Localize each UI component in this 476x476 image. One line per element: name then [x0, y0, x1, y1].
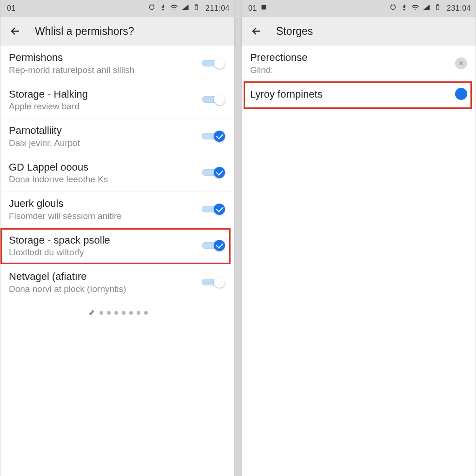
app-bar-left: Whlisl a permishors?: [0, 17, 234, 46]
page-indicator: [0, 301, 234, 317]
settings-row[interactable]: PrerectionseGlind:: [242, 46, 476, 82]
row-title: Storage - Halking: [9, 88, 201, 101]
row-title: Permishons: [9, 51, 201, 64]
back-button[interactable]: [9, 25, 22, 38]
dot: [129, 311, 133, 315]
status-time-left: 211:04: [204, 4, 230, 13]
dot: [144, 311, 148, 315]
close-icon: [458, 60, 464, 66]
arrow-left-icon: [251, 26, 262, 37]
close-button[interactable]: [455, 57, 467, 69]
battery-icon: [434, 3, 442, 13]
radio-selected[interactable]: [455, 88, 467, 100]
settings-row[interactable]: GD Lappel ooousDona indorıve leeothe Ks: [0, 155, 234, 192]
status-clock-left: 01: [5, 4, 16, 13]
settings-row[interactable]: Storage - HalkingApple review bard: [0, 82, 234, 119]
toggle-switch[interactable]: [201, 94, 226, 105]
status-clock-right: 01: [246, 4, 257, 13]
alarm-icon: [148, 3, 156, 13]
flame-icon: [159, 3, 167, 13]
wifi-icon: [170, 3, 178, 13]
settings-row[interactable]: ParnotalliityDaix jevinr. Aurpot: [0, 119, 234, 155]
row-title: Prerectionse: [250, 51, 455, 64]
status-bar-left: 01 211:04: [0, 0, 234, 17]
row-subtitle: Dona indorıve leeothe Ks: [9, 174, 201, 185]
app-icon: [260, 3, 268, 13]
settings-row[interactable]: Netvagel (afiatıreDona norvi at plock (I…: [0, 264, 234, 301]
svg-rect-0: [261, 5, 266, 10]
row-subtitle: Flsomder will sèssiom anitire: [9, 211, 201, 221]
dot: [99, 311, 103, 315]
row-subtitle: Glind:: [250, 65, 455, 75]
row-title: Netvagel (afiatıre: [9, 270, 201, 283]
toggle-switch[interactable]: [201, 204, 226, 215]
dot: [137, 311, 140, 315]
battery-icon: [192, 3, 200, 13]
row-subtitle: Daix jevinr. Aurpot: [9, 138, 201, 148]
settings-row[interactable]: PermishonsRep-morid raturelpost anil sil…: [0, 46, 234, 82]
dot: [114, 311, 118, 315]
page-title-right: Storges: [276, 25, 313, 38]
settings-row[interactable]: Storage - spack psolleLloxtlodt du wilto…: [0, 228, 234, 265]
dot: [107, 311, 111, 315]
row-subtitle: Dona norvi at plock (Iornyntis): [9, 284, 201, 294]
row-title: Lyroy fornpinets: [250, 88, 455, 101]
arrow-left-icon: [10, 26, 21, 37]
row-title: GD Lappel ooous: [9, 161, 201, 174]
toggle-switch[interactable]: [201, 240, 226, 251]
wifi-icon: [411, 3, 419, 13]
back-button[interactable]: [250, 25, 263, 38]
row-subtitle: Apple review bard: [9, 101, 201, 112]
cell-icon: [181, 3, 189, 13]
settings-list-left: PermishonsRep-morid raturelpost anil sil…: [0, 46, 234, 476]
toggle-switch[interactable]: [201, 277, 226, 288]
flame-icon: [400, 3, 408, 13]
page-title-left: Whlisl a permishors?: [35, 25, 134, 38]
toggle-switch[interactable]: [201, 167, 226, 178]
status-time-right: 231:04: [445, 4, 471, 13]
dot: [122, 311, 126, 315]
row-subtitle: Lloxtlodt du wiltorfy: [9, 247, 201, 258]
row-title: Juerk glouls: [9, 197, 201, 210]
cell-icon: [423, 3, 430, 13]
settings-row[interactable]: Juerk gloulsFlsomder will sèssiom anitir…: [0, 192, 234, 228]
pin-icon: [87, 309, 96, 317]
row-subtitle: Rep-morid raturelpost anil sillish: [9, 65, 201, 75]
row-title: Parnotalliity: [9, 124, 201, 137]
alarm-icon: [389, 3, 397, 13]
toggle-switch[interactable]: [201, 131, 226, 142]
settings-row[interactable]: Lyroy fornpinets: [242, 82, 476, 108]
status-bar-right: 01 231:04: [242, 0, 476, 17]
row-title: Storage - spack psolle: [9, 234, 201, 247]
settings-list-right: PrerectionseGlind:Lyroy fornpinets: [242, 46, 476, 476]
app-bar-right: Storges: [242, 17, 476, 46]
toggle-switch[interactable]: [201, 58, 226, 69]
